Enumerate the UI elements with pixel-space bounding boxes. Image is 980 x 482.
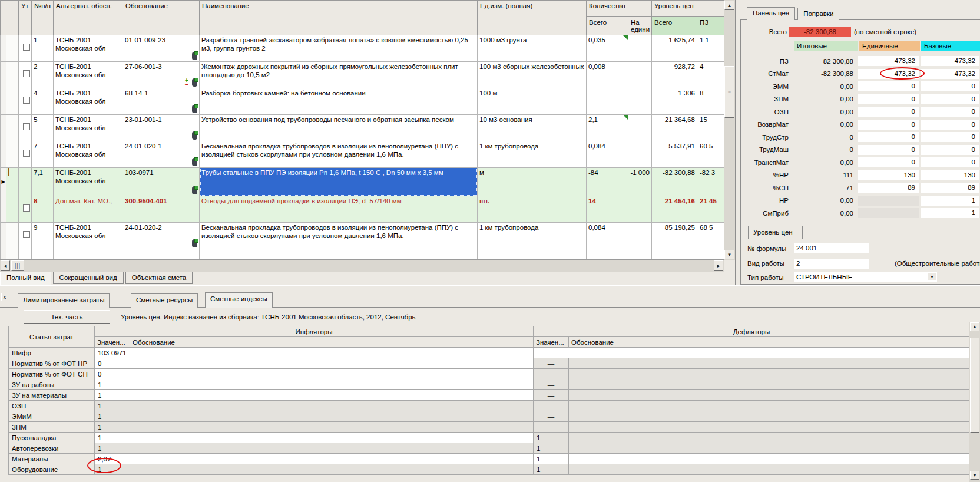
estimate-row-1: 1 ТСНБ-2001 Московская обл 01-01-009-23 … — [1, 35, 724, 62]
col-header-just: Обоснование — [123, 1, 200, 35]
price-row-pct-nr: %НР111130130 — [741, 169, 980, 182]
panel-vertical-scrollbar[interactable]: ▲ ▼ — [969, 322, 980, 482]
price-row-zpm: ЗПМ0,0000 — [741, 93, 980, 106]
scroll-down-icon[interactable]: ▼ — [970, 471, 979, 480]
tab-estimate-resources[interactable]: Сметные ресурсы — [131, 293, 198, 308]
vertical-scroll-thumb[interactable]: ≡ — [724, 66, 734, 118]
col-header-inf-just: Обоснование — [130, 337, 534, 348]
work-kind-label: Вид работы — [747, 260, 784, 267]
index-row-avtoperevozki: Автоперевозки 1 1 — [9, 443, 970, 454]
scroll-up-icon[interactable]: ▲ — [970, 322, 979, 331]
qty-cell-with-note[interactable]: 2,1 — [587, 115, 628, 141]
tab-corrections[interactable]: Поправки — [797, 8, 839, 20]
col-header-marker — [1, 1, 6, 35]
scroll-left-icon[interactable]: ◄ — [1, 260, 10, 271]
scroll-down-icon[interactable]: ▼ — [724, 250, 734, 259]
attachment-icon[interactable] — [192, 186, 197, 194]
dropdown-arrow-icon[interactable]: ▼ — [928, 273, 936, 280]
index-row-materialy: Материалы 2,07 1 — [9, 454, 970, 464]
estimate-row-9: 9 ТСНБ-2001 Московская обл 24-01-020-2 Б… — [1, 223, 724, 249]
tab-short-view[interactable]: Сокращенный вид — [53, 272, 124, 284]
vertical-scroll-thumb[interactable] — [970, 338, 979, 433]
row-checkbox[interactable] — [23, 44, 30, 51]
work-kind-field[interactable]: 2 — [794, 259, 869, 269]
col-header-def-just: Обоснование — [569, 337, 970, 348]
col-header-inf-value: Значен... — [95, 337, 130, 348]
row-checkbox[interactable] — [23, 70, 30, 77]
price-panel-rows: ПЗ-82 300,88473,32473,32 СтМат-82 300,88… — [741, 55, 980, 220]
price-row-trudstr: ТрудСтр000 — [741, 131, 980, 144]
tab-price-level[interactable]: Уровень цен — [748, 226, 803, 239]
col-header-inflators: Инфляторы — [95, 326, 534, 337]
col-header-qty-group: Количество — [587, 1, 652, 17]
col-header-num: №п/п — [32, 1, 54, 35]
work-type-dropdown[interactable]: СТРОИТЕЛЬНЫЕ▼ — [794, 272, 937, 282]
tab-price-panel[interactable]: Панель цен — [747, 7, 795, 20]
col-header-qty-per: На едини — [628, 17, 652, 35]
work-kind-note: (Общестроительные работы) — [895, 260, 980, 267]
index-row-oborudovanie: Оборудование 1 1 — [9, 464, 970, 475]
col-header-deflators: Дефляторы — [534, 326, 970, 337]
work-type-label: Тип работы — [747, 274, 783, 281]
attachment-icon[interactable] — [192, 52, 197, 60]
attachment-icon[interactable] — [192, 158, 197, 166]
tab-object-estimate[interactable]: Объектная смета — [125, 272, 193, 284]
price-row-ozp: ОЗП0,0000 — [741, 105, 980, 118]
scroll-right-icon[interactable]: ► — [714, 260, 723, 271]
estimate-grid-area: Ут №п/п Альтернат. обосн. Обоснование На… — [0, 0, 724, 260]
estimate-row-5: 5 ТСНБ-2001 Московская обл 23-01-001-1 У… — [1, 115, 724, 141]
tab-full-view[interactable]: Полный вид — [0, 272, 51, 285]
selected-name-cell[interactable]: Трубы стальные в ППУ ПЭ изоляции Pn 1,6 … — [200, 168, 478, 196]
plus-minus-icon: +− — [184, 78, 190, 87]
price-row-smprib: СмПриб0,001 — [741, 207, 980, 220]
scroll-up-icon[interactable]: ▲ — [724, 1, 734, 10]
formula-number-label: № формулы — [747, 245, 786, 252]
price-row-pz: ПЗ-82 300,88473,32473,32 — [741, 55, 980, 68]
panel-splitter[interactable] — [735, 0, 740, 285]
col-header-icons — [6, 1, 19, 35]
tech-part-button[interactable]: Тех. часть — [24, 310, 110, 324]
estimate-grid: Ут №п/п Альтернат. обосн. Обоснование На… — [0, 0, 724, 260]
col-header-price-pz: ПЗ — [697, 17, 724, 35]
attachment-icon[interactable] — [192, 78, 197, 87]
row-checkbox[interactable] — [23, 231, 30, 238]
current-row-marker-icon: ▶ — [1, 169, 5, 195]
row-checkbox[interactable] — [23, 123, 30, 130]
index-row-emim: ЭМиМ 1 — — [9, 411, 970, 422]
grid-vertical-scrollbar[interactable]: ▲ ≡ ▼ — [724, 0, 735, 260]
scrollbar-corner — [724, 260, 735, 272]
tab-limited-costs[interactable]: Лимитированные затраты — [18, 293, 110, 308]
estimate-app-window: Ут №п/п Альтернат. обосн. Обоснование На… — [0, 0, 980, 482]
column-header-itogovye: Итоговые — [794, 41, 858, 51]
index-row-normativ-sp: Норматив % от ФОТ СП 0 — — [9, 369, 970, 379]
price-panel: Всего -82 300,88 (по сметной строке) Ито… — [740, 19, 980, 285]
col-header-unit: Ед.изм. (полная) — [478, 1, 587, 35]
price-row-transpmat: ТранспМат0,0000 — [741, 156, 980, 169]
attachment-icon[interactable] — [192, 105, 197, 113]
total-value-highlighted: -82 300,88 — [789, 27, 851, 37]
bottom-tabs: Лимитированные затраты Сметные ресурсы С… — [0, 292, 980, 308]
qty-cell-with-note[interactable]: 0,035 — [587, 35, 628, 62]
total-label: Всего — [741, 28, 787, 35]
price-row-nr: НР0,001 — [741, 194, 980, 207]
estimate-row-7-1-selected: ▶ 7,1 ТСНБ-2001 Московская обл 103-0971 … — [1, 168, 724, 196]
attachment-icon[interactable] — [192, 239, 197, 247]
indexes-panel: x Лимитированные затраты Сметные ресурсы… — [0, 285, 980, 482]
formula-number-field[interactable]: 24 001 — [794, 243, 869, 253]
estimate-row-2: 2 ТСНБ-2001 Московская обл 27-06-001-3+−… — [1, 62, 724, 88]
col-header-ut: Ут — [19, 1, 32, 35]
index-row-normativ-nr: Норматив % от ФОТ НР 0 — — [9, 358, 970, 369]
row-checkbox[interactable] — [23, 204, 30, 212]
index-row-puskonaladka: Пусконаладка 1 1 — [9, 433, 970, 443]
attachment-icon[interactable] — [192, 131, 197, 140]
tab-estimate-indexes[interactable]: Сметные индексы — [205, 292, 273, 308]
index-row-ozp: ОЗП 1 — — [9, 401, 970, 411]
price-row-vozvrmat: ВозврМат0,0000 — [741, 118, 980, 131]
row-checkbox[interactable] — [23, 97, 30, 104]
empty-filler-row — [1, 249, 724, 260]
row-checkbox[interactable] — [23, 150, 30, 157]
grid-horizontal-scrollbar[interactable]: ◄ ||| ► — [0, 260, 724, 272]
horizontal-scroll-thumb[interactable]: ||| — [11, 260, 24, 271]
index-row-zpm: ЗПМ 1 — — [9, 422, 970, 433]
col-header-qty-total: Всего — [587, 17, 628, 35]
